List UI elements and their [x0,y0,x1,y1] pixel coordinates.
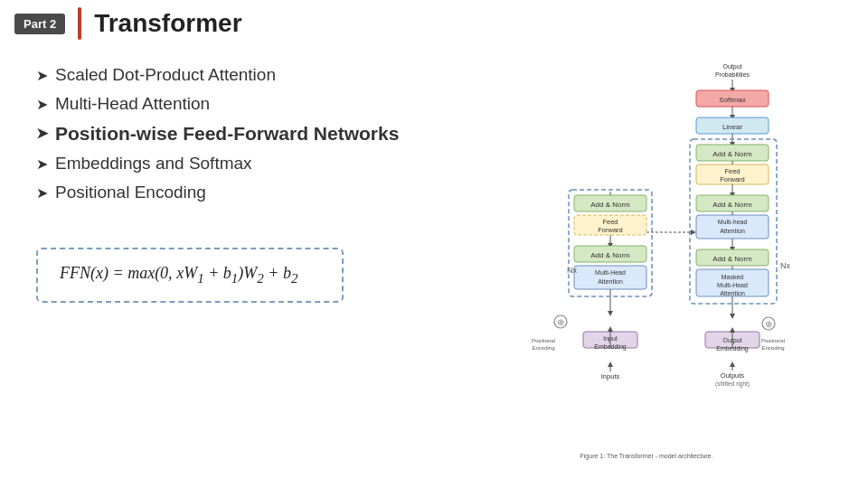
svg-text:Feed: Feed [724,167,740,175]
svg-text:⊕: ⊕ [765,319,772,329]
main-content: Scaled Dot-Product Attention Multi-Head … [0,47,868,488]
header-divider [78,7,81,40]
svg-text:Feed: Feed [602,218,618,226]
svg-text:Encoding: Encoding [532,345,554,351]
page-title: Transformer [94,9,241,38]
svg-text:Softmax: Softmax [719,96,745,104]
svg-text:Positional: Positional [532,338,555,343]
list-item-text: Multi-Head Attention [55,94,210,114]
svg-text:Encoding: Encoding [761,345,784,351]
list-item: Positional Encoding [36,183,452,202]
transformer-diagram: Output Probabilities Softmax Linear Add … [484,56,809,472]
svg-text:Forward: Forward [598,226,623,234]
list-item: Embeddings and Softmax [36,154,452,174]
svg-text:Outputs: Outputs [721,371,745,380]
left-panel: Scaled Dot-Product Attention Multi-Head … [36,56,452,479]
svg-text:Masked: Masked [722,274,744,280]
svg-text:Forward: Forward [720,175,745,183]
part-badge: Part 2 [14,14,65,34]
page-header: Part 2 Transformer [0,0,868,47]
list-item-text: Position-wise Feed-Forward Networks [55,123,399,145]
svg-text:Attention: Attention [720,228,745,234]
svg-text:Add & Norm: Add & Norm [712,150,752,158]
formula-box: FFN(x) = max(0, xW1 + b1)W2 + b2 [36,248,344,303]
svg-text:Attention: Attention [598,278,623,285]
svg-text:Nx: Nx [780,261,790,270]
list-item-text: Scaled Dot-Product Attention [55,65,276,85]
svg-text:Add & Norm: Add & Norm [590,251,630,259]
list-item: Scaled Dot-Product Attention [36,65,452,85]
formula-text: FFN(x) = max(0, xW1 + b1)W2 + b2 [60,264,297,282]
list-item-text: Embeddings and Softmax [55,154,252,174]
svg-text:Multi-head: Multi-head [718,219,748,225]
svg-text:Attention: Attention [720,290,745,296]
svg-text:Multi-Head: Multi-Head [595,269,626,276]
diagram-container: Output Probabilities Softmax Linear Add … [484,56,809,472]
list-item-highlighted: Position-wise Feed-Forward Networks [36,123,452,145]
svg-text:⊕: ⊕ [557,317,564,327]
svg-text:Probabilities: Probabilities [715,71,750,78]
list-item: Multi-Head Attention [36,94,452,114]
bullet-list: Scaled Dot-Product Attention Multi-Head … [36,65,452,211]
svg-text:Figure 1: The Transformer - mo: Figure 1: The Transformer - model archit… [580,453,713,460]
svg-text:(shifted right): (shifted right) [715,380,750,388]
svg-text:Multi-Head: Multi-Head [717,282,748,288]
svg-text:Inputs: Inputs [601,372,620,380]
svg-text:Linear: Linear [722,123,743,131]
svg-text:Positional: Positional [761,338,785,343]
list-item-text: Positional Encoding [55,183,206,202]
svg-text:Add & Norm: Add & Norm [590,201,630,209]
svg-text:Add & Norm: Add & Norm [712,201,752,209]
svg-text:Output: Output [722,63,741,70]
right-panel: Output Probabilities Softmax Linear Add … [452,56,841,479]
svg-text:Add & Norm: Add & Norm [712,255,752,263]
